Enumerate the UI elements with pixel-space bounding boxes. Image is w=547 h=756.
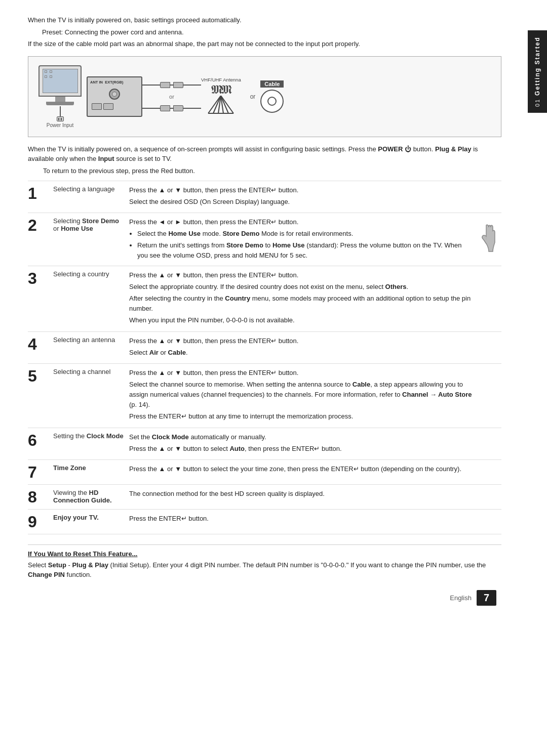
step-desc-8: The connection method for the best HD sc… (129, 484, 474, 509)
port-circle (109, 89, 120, 100)
diagram-box: Power Input ANT IN EXT(RGB) (28, 56, 501, 137)
step-num-2: 2 (28, 213, 48, 266)
tv-screen (43, 69, 78, 93)
step-desc-9: Press the ENTER↵ button. (129, 509, 474, 534)
step-desc-1: Press the ▲ or ▼ button, then press the … (129, 181, 474, 213)
step-label-3: Selecting a country (48, 266, 129, 331)
tv-base (46, 102, 74, 105)
step-hand-5 (474, 363, 501, 428)
plug-play-section: When the TV is initially powered on, a s… (28, 144, 501, 176)
ant-in-label: ANT IN EXT(RGB) (90, 80, 123, 85)
power-input-label: Power Input (47, 122, 73, 128)
connector-area: or (142, 82, 201, 111)
step-label-1: Selecting a language (48, 181, 129, 213)
step-row-9: 9 Enjoy your TV. Press the ENTER↵ button… (28, 509, 501, 534)
step-desc-5: Press the ▲ or ▼ button, then press the … (129, 363, 474, 428)
tv-drawing: Power Input (38, 65, 82, 128)
step-label-4: Selecting an antenna (48, 331, 129, 363)
step-hand-9 (474, 509, 501, 534)
step-hand-4 (474, 331, 501, 363)
step-num-6: 6 (28, 428, 48, 459)
step-desc-4: Press the ▲ or ▼ button, then press the … (129, 331, 474, 363)
connector-row-top (142, 82, 201, 88)
side-tab-label: Getting Started (534, 36, 541, 96)
power-cord: Power Input (47, 106, 73, 128)
side-tab: 01 Getting Started (528, 30, 547, 113)
step-num-3: 3 (28, 266, 48, 331)
step-desc-6: Set the Clock Mode automatically or manu… (129, 428, 474, 459)
step-hand-1 (474, 181, 501, 213)
step-row-6: 6 Setting the Clock Mode Set the Clock M… (28, 428, 501, 459)
step-row-5: 5 Selecting a channel Press the ▲ or ▼ b… (28, 363, 501, 428)
step-hand-3 (474, 266, 501, 331)
step-desc-2: Press the ◄ or ► button, then press the … (129, 213, 474, 266)
back-panel: ANT IN EXT(RGB) (87, 76, 142, 117)
step-num-4: 4 (28, 331, 48, 363)
vhf-section: VHF/UHF Antenna 𝕸𝕸 (201, 77, 241, 116)
step-row-4: 4 Selecting an antenna Press the ▲ or ▼ … (28, 331, 501, 363)
or-text: or (169, 94, 174, 100)
intro-line2: Preset: Connecting the power cord and an… (42, 27, 501, 37)
step-desc-3: Press the ▲ or ▼ button, then press the … (129, 266, 474, 331)
steps-table: 1 Selecting a language Press the ▲ or ▼ … (28, 181, 501, 534)
step-desc-7: Press the ▲ or ▼ button to select the yo… (129, 459, 474, 484)
step-num-5: 5 (28, 363, 48, 428)
cable-icon (260, 90, 284, 113)
step-row-1: 1 Selecting a language Press the ▲ or ▼ … (28, 181, 501, 213)
step-row-2: 2 Selecting Store Demoor Home Use Press … (28, 213, 501, 266)
connector-row-bottom (142, 105, 201, 111)
port-2 (103, 103, 113, 110)
reset-title: If You Want to Reset This Feature... (28, 550, 501, 558)
page-footer: English 7 (28, 590, 501, 606)
step-hand-8 (474, 484, 501, 509)
step-label-9: Enjoy your TV. (48, 509, 129, 534)
cable-section: Cable (260, 80, 284, 113)
hand-icon (478, 222, 498, 255)
tv-neck (55, 97, 65, 102)
intro-line3: If the size of the cable mold part was a… (28, 39, 501, 49)
step-hand-2 (474, 213, 501, 266)
bp-ports (92, 103, 113, 110)
step-hand-7 (474, 459, 501, 484)
step-label-2: Selecting Store Demoor Home Use (48, 213, 129, 266)
plug-play-line1: When the TV is initially powered on, a s… (28, 144, 501, 164)
port-1 (92, 103, 102, 110)
step-row-3: 3 Selecting a country Press the ▲ or ▼ b… (28, 266, 501, 331)
or-divider-main: or (250, 93, 256, 100)
step-num-7: 7 (28, 459, 48, 484)
intro-section: When the TV is initially powered on, bas… (28, 15, 501, 49)
step-label-6: Setting the Clock Mode (48, 428, 129, 459)
side-tab-number: 01 (534, 99, 540, 107)
vhf-antenna-symbol: 𝕸𝕸 (211, 83, 230, 96)
step-label-7: Time Zone (48, 459, 129, 484)
step-num-1: 1 (28, 181, 48, 213)
page-number: 7 (477, 590, 496, 606)
reset-text: Select Setup - Plug & Play (Initial Setu… (28, 560, 501, 580)
reset-section: If You Want to Reset This Feature... Sel… (28, 544, 501, 580)
step-row-8: 8 Viewing the HD Connection Guide. The c… (28, 484, 501, 509)
intro-line1: When the TV is initially powered on, bas… (28, 15, 501, 25)
step-num-8: 8 (28, 484, 48, 509)
step-hand-6 (474, 428, 501, 459)
step-label-8: Viewing the HD Connection Guide. (48, 484, 129, 509)
footer-lang: English (450, 594, 472, 602)
cable-label: Cable (260, 80, 284, 88)
step-label-5: Selecting a channel (48, 363, 129, 428)
antenna-svg (206, 96, 236, 116)
step-row-7: 7 Time Zone Press the ▲ or ▼ button to s… (28, 459, 501, 484)
cable-icon-inner (267, 97, 277, 106)
tv-body (38, 65, 82, 97)
red-button-text: To return to the previous step, press th… (43, 166, 501, 176)
vhf-label: VHF/UHF Antenna (201, 77, 241, 82)
step-num-9: 9 (28, 509, 48, 534)
